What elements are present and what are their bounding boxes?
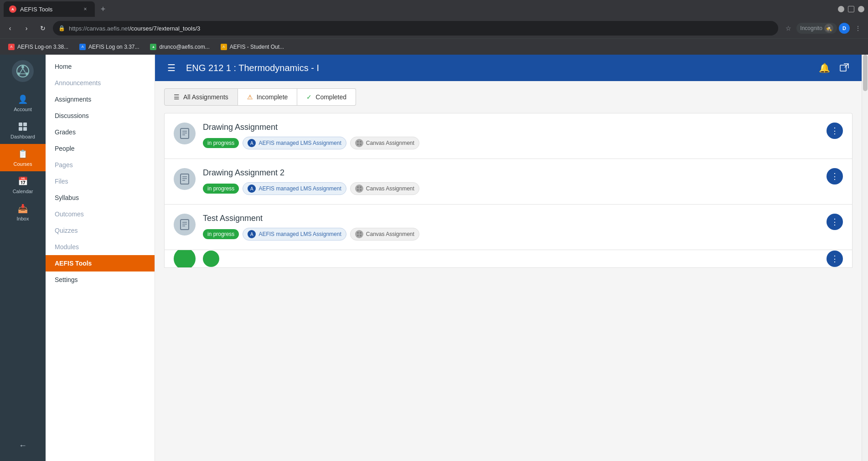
svg-rect-21: [181, 174, 189, 184]
sidebar-item-assignments[interactable]: Assignments: [46, 91, 155, 108]
assignment-body-3: Test Assignment in progress A AEFIS mana…: [203, 214, 819, 241]
scroll-thumb[interactable]: [863, 55, 868, 91]
forward-button[interactable]: ›: [20, 22, 33, 35]
maximize-button[interactable]: [848, 6, 854, 12]
new-tab-button[interactable]: +: [97, 3, 109, 15]
bookmark-label-3: drunco@aefis.com...: [159, 44, 209, 50]
main-content: ☰ ENG 212 1 : Thermodynamics - I 🔔: [155, 55, 862, 461]
assignment-tags-2: in progress A AEFIS managed LMS Assignme…: [203, 182, 819, 195]
completed-label: Completed: [315, 93, 346, 101]
completed-icon: ✓: [306, 93, 312, 101]
svg-rect-8: [23, 123, 27, 126]
canvas-icon-3: [355, 230, 363, 238]
address-bar[interactable]: 🔒 https://canvas.aefis.net/courses/7/ext…: [53, 21, 778, 36]
dashboard-icon: [17, 121, 28, 132]
refresh-button[interactable]: ↻: [36, 22, 49, 35]
tab-incomplete[interactable]: ⚠ Incomplete: [238, 88, 297, 106]
sidebar-item-outcomes[interactable]: Outcomes: [46, 206, 155, 222]
svg-rect-34: [360, 232, 362, 234]
tab-favicon: A: [9, 5, 16, 13]
account-icon: 👤: [17, 94, 28, 105]
svg-rect-18: [360, 141, 362, 143]
nav-item-calendar[interactable]: 📅 Calendar: [0, 171, 46, 199]
svg-rect-28: [360, 189, 362, 191]
notification-bell-button[interactable]: 🔔: [816, 60, 832, 76]
back-button[interactable]: ‹: [4, 22, 16, 35]
svg-rect-25: [357, 186, 359, 188]
sidebar-item-home[interactable]: Home: [46, 58, 155, 75]
nav-collapse[interactable]: ←: [17, 435, 28, 461]
bookmark-aefis-2[interactable]: A AEFIS Log on 3.37...: [75, 42, 144, 52]
sidebar-item-aefis-tools[interactable]: AEFIS Tools: [46, 255, 155, 271]
minimize-button[interactable]: [838, 6, 844, 12]
nav-item-inbox[interactable]: 📥 Inbox: [0, 199, 46, 226]
assignment-icon-1: [174, 123, 196, 144]
sidebar-item-people[interactable]: People: [46, 140, 155, 157]
bookmark-drive[interactable]: ▲ drunco@aefis.com...: [145, 42, 214, 52]
assignment-menu-button-3[interactable]: ⋮: [827, 214, 843, 230]
svg-point-3: [26, 72, 28, 75]
sidebar-item-announcements[interactable]: Announcements: [46, 75, 155, 91]
incomplete-label: Incomplete: [257, 93, 288, 101]
sidebar-item-modules[interactable]: Modules: [46, 239, 155, 255]
all-assignments-label: All Assignments: [183, 93, 228, 101]
bookmark-aefis-1[interactable]: A AEFIS Log-on 3.38...: [4, 42, 73, 52]
nav-logo[interactable]: [12, 60, 34, 82]
bookmark-label-4: AEFIS - Student Out...: [230, 44, 284, 50]
partial-card-badge: [203, 251, 219, 267]
sidebar-item-files[interactable]: Files: [46, 173, 155, 190]
courses-icon: 📋: [17, 149, 28, 159]
assignment-title-2: Drawing Assignment 2: [203, 168, 819, 178]
svg-rect-35: [357, 235, 359, 236]
scrollbar[interactable]: [862, 55, 868, 461]
canvas-icon-1: [355, 139, 363, 147]
calendar-icon: 📅: [17, 176, 28, 187]
sidebar-item-discussions[interactable]: Discussions: [46, 108, 155, 124]
filter-tabs: ☰ All Assignments ⚠ Incomplete ✓ Complet…: [155, 81, 862, 113]
sidebar-item-pages[interactable]: Pages: [46, 157, 155, 173]
hamburger-menu-button[interactable]: ☰: [164, 61, 179, 75]
svg-line-4: [20, 68, 23, 73]
sidebar-item-quizzes[interactable]: Quizzes: [46, 222, 155, 239]
sidebar-item-syllabus[interactable]: Syllabus: [46, 190, 155, 206]
assignment-tags-3: in progress A AEFIS managed LMS Assignme…: [203, 228, 819, 241]
nav-item-account[interactable]: 👤 Account: [0, 89, 46, 117]
sidebar-item-settings[interactable]: Settings: [46, 271, 155, 288]
assignments-list: Drawing Assignment in progress A AEFIS m…: [155, 113, 862, 268]
sidebar-item-grades[interactable]: Grades: [46, 124, 155, 140]
nav-item-dashboard[interactable]: Dashboard: [0, 117, 46, 144]
tab-completed[interactable]: ✓ Completed: [297, 88, 356, 106]
nav-collapse-button[interactable]: ←: [17, 435, 28, 456]
assignment-tags-1: in progress A AEFIS managed LMS Assignme…: [203, 137, 819, 149]
incognito-label: Incognito: [800, 25, 822, 31]
tab-close-button[interactable]: ×: [81, 5, 89, 13]
incognito-badge: Incognito 🕵: [796, 23, 837, 34]
address-url: https://canvas.aefis.net/courses/7/exter…: [69, 25, 200, 32]
partial-card-menu[interactable]: ⋮: [827, 251, 843, 267]
bookmark-favicon-2: A: [79, 44, 86, 50]
svg-line-12: [845, 64, 848, 67]
nav-item-account-label: Account: [14, 107, 32, 112]
aefis-icon-2: A: [248, 184, 256, 193]
browser-tab[interactable]: A AEFIS Tools ×: [4, 1, 95, 17]
extensions-button[interactable]: ⋮: [852, 22, 864, 35]
bookmark-aefis-3[interactable]: A AEFIS - Student Out...: [216, 42, 289, 52]
svg-rect-9: [19, 127, 22, 131]
assignment-title-3: Test Assignment: [203, 214, 819, 223]
svg-point-2: [17, 72, 20, 75]
assignment-menu-button-1[interactable]: ⋮: [827, 123, 843, 139]
assignment-card-2: Drawing Assignment 2 in progress A AEFIS…: [164, 159, 852, 204]
bookmark-button[interactable]: ☆: [782, 22, 795, 35]
nav-item-courses[interactable]: 📋 Courses: [0, 144, 46, 171]
status-badge-1: in progress: [203, 138, 239, 148]
close-button[interactable]: [858, 6, 864, 12]
profile-button[interactable]: D: [839, 23, 850, 34]
incognito-icon: 🕵: [824, 24, 833, 33]
svg-rect-7: [19, 123, 22, 126]
app-header: ☰ ENG 212 1 : Thermodynamics - I 🔔: [155, 55, 862, 81]
svg-rect-10: [23, 127, 27, 131]
tab-all-assignments[interactable]: ☰ All Assignments: [164, 88, 238, 106]
external-link-button[interactable]: [836, 60, 852, 76]
course-title: ENG 212 1 : Thermodynamics - I: [186, 63, 809, 73]
assignment-menu-button-2[interactable]: ⋮: [827, 168, 843, 184]
